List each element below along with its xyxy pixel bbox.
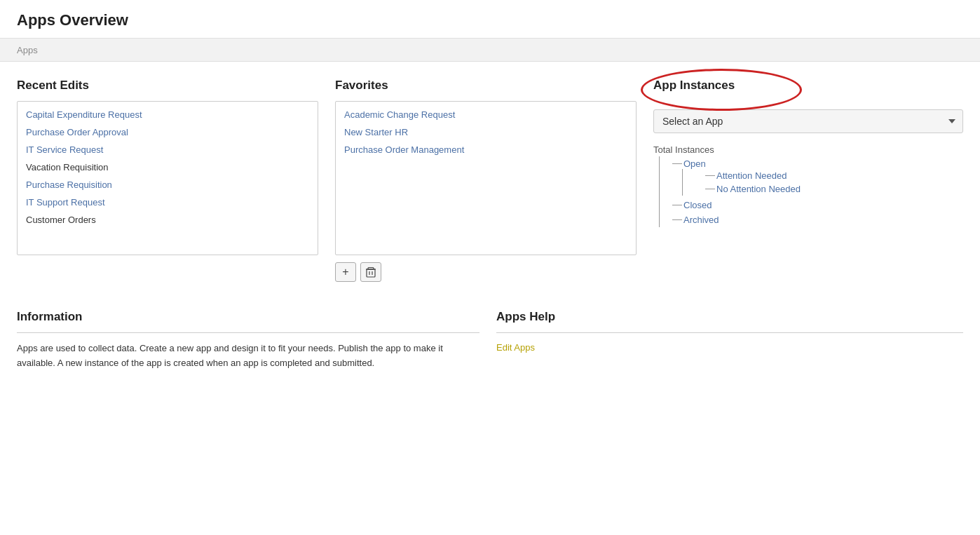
recent-edits-heading: Recent Edits <box>17 79 318 93</box>
trash-icon <box>366 266 376 278</box>
information-text: Apps are used to collect data. Create a … <box>17 341 479 371</box>
tree-level1-container: Open Attention Needed No Attention Neede… <box>659 156 963 227</box>
list-item[interactable]: IT Service Request <box>18 141 318 158</box>
instances-tree: Total Instances Open Attention Needed <box>653 143 963 227</box>
top-panels: Recent Edits Capital Expenditure Request… <box>17 79 963 282</box>
list-item: Customer Orders <box>18 211 318 229</box>
panel-information: Information Apps are used to collect dat… <box>17 310 479 371</box>
tree-open-children: Attention Needed No Attention Needed <box>682 169 963 196</box>
tree-open-item: Open Attention Needed No Attention Neede… <box>672 156 963 198</box>
panel-apps-help: Apps Help Edit Apps <box>496 310 963 371</box>
list-item[interactable]: Purchase Requisition <box>18 176 318 194</box>
delete-favorite-button[interactable] <box>360 262 381 282</box>
information-heading: Information <box>17 310 479 324</box>
panel-favorites: Favorites Academic Change RequestNew Sta… <box>335 79 637 282</box>
tree-attention-needed-label: Attention Needed <box>716 170 787 181</box>
svg-rect-0 <box>367 269 375 277</box>
recent-edits-list: Capital Expenditure RequestPurchase Orde… <box>17 101 318 255</box>
tree-archived-label: Archived <box>683 215 719 225</box>
app-instances-heading: App Instances <box>653 79 735 93</box>
red-circle-wrapper: App Instances <box>653 79 735 101</box>
tree-no-attention-needed-label: No Attention Needed <box>716 184 801 194</box>
favorites-list: Academic Change RequestNew Starter HRPur… <box>335 101 637 255</box>
breadcrumb-bar: Apps <box>0 39 980 62</box>
list-item: Vacation Requisition <box>18 158 318 176</box>
tree-open-label: Open <box>683 158 706 169</box>
apps-help-heading: Apps Help <box>496 310 963 324</box>
tree-archived-item: Archived <box>672 212 963 227</box>
edit-apps-link[interactable]: Edit Apps <box>496 342 535 353</box>
favorites-actions: + <box>335 262 637 282</box>
list-item[interactable]: Academic Change Request <box>336 106 636 123</box>
tree-closed-label: Closed <box>683 200 712 210</box>
app-instances-heading-wrapper: App Instances <box>653 79 963 101</box>
favorites-heading: Favorites <box>335 79 637 93</box>
list-item[interactable]: New Starter HR <box>336 123 636 141</box>
breadcrumb: Apps <box>17 45 38 55</box>
main-content: Recent Edits Capital Expenditure Request… <box>0 62 980 388</box>
tree-root-label: Total Instances <box>653 143 963 156</box>
tree-closed-item: Closed <box>672 198 963 212</box>
panel-recent-edits: Recent Edits Capital Expenditure Request… <box>17 79 318 282</box>
list-item[interactable]: Capital Expenditure Request <box>18 106 318 123</box>
list-item[interactable]: Purchase Order Management <box>336 141 636 158</box>
add-favorite-button[interactable]: + <box>335 262 356 282</box>
panel-app-instances: App Instances Select an App Total Instan… <box>653 79 963 282</box>
select-app-dropdown[interactable]: Select an App <box>653 109 963 133</box>
apps-help-divider <box>496 332 963 333</box>
list-item[interactable]: IT Support Request <box>18 194 318 211</box>
tree-attention-needed: Attention Needed <box>705 169 963 182</box>
page-header: Apps Overview <box>0 0 980 39</box>
bottom-panels: Information Apps are used to collect dat… <box>17 310 963 371</box>
page-title: Apps Overview <box>17 11 963 29</box>
list-item[interactable]: Purchase Order Approval <box>18 123 318 141</box>
information-divider <box>17 332 479 333</box>
tree-no-attention-needed: No Attention Needed <box>705 182 963 196</box>
